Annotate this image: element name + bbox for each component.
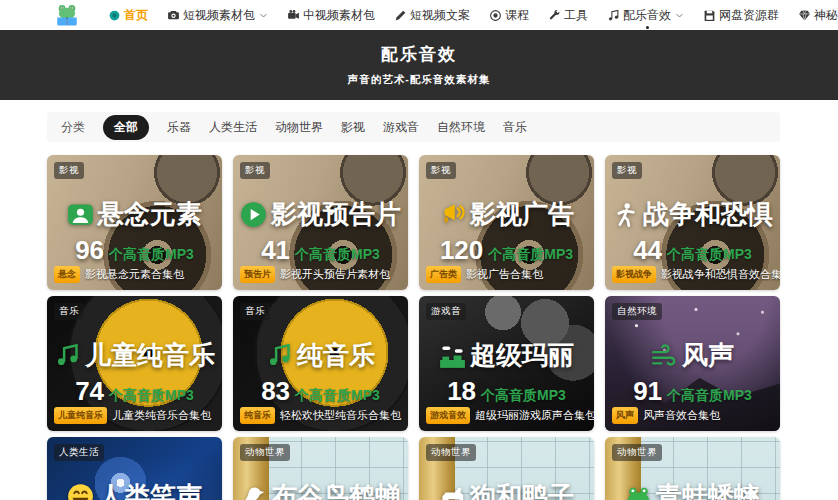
sound-pack-card-10[interactable]: 动物世界 布谷鸟鹤蝉	[233, 437, 408, 500]
filter-pill-6[interactable]: 游戏音	[383, 119, 419, 136]
card-count-suffix: 个高音质MP3	[295, 387, 380, 405]
card-title: 纯音乐	[297, 338, 375, 373]
nav-item-3[interactable]: 中视频素材包	[287, 7, 375, 24]
laugh-icon	[67, 483, 94, 500]
filter-pill-8[interactable]: 音乐	[503, 119, 527, 136]
card-caption: 影视战争和恐惧音效合集包	[661, 267, 780, 282]
card-title: 影视广告	[470, 197, 574, 232]
card-caption: 影视开头预告片素材包	[280, 267, 390, 282]
sound-pack-card-2[interactable]: 影视 影视预告片 41 个高音质MP3 预告片 影视开头预告片素材包	[233, 155, 408, 290]
card-count-suffix: 个高音质MP3	[109, 387, 194, 405]
sound-pack-card-7[interactable]: 游戏音 超级玛丽 18 个高音质MP3 游戏音效 超级玛丽游戏原声合集包	[419, 296, 594, 431]
page-title: 配乐音效	[381, 43, 457, 66]
card-count: 44	[633, 235, 662, 266]
card-count-suffix: 个高音质MP3	[488, 246, 573, 264]
card-count-suffix: 个高音质MP3	[109, 246, 194, 264]
megaphone-icon	[439, 201, 466, 228]
card-count: 91	[633, 376, 662, 407]
sound-pack-card-3[interactable]: 影视 影视广告 120 个高音质MP3 广告类 影视广告合集包	[419, 155, 594, 290]
sound-pack-grid: 影视 悬念元素 96 个高音质MP3 悬念 影视悬念元素合集包 影视 影视预告片…	[47, 155, 780, 500]
category-badge: 影视	[612, 162, 642, 179]
current-page-dot	[646, 26, 649, 29]
nav-item-label: 首页	[124, 7, 148, 24]
sound-pack-card-4[interactable]: 影视 战争和恐惧 44 个高音质MP3 影视战争 影视战争和恐惧音效合集包	[605, 155, 780, 290]
sound-pack-card-6[interactable]: 音乐 纯音乐 83 个高音质MP3 纯音乐 轻松欢快型纯音乐合集包	[233, 296, 408, 431]
main-nav: 首页 短视频素材包 中视频素材包 短视频文案 课程 工具 配乐音效 网盘资源群 …	[108, 7, 838, 24]
card-caption: 儿童类纯音乐合集包	[112, 408, 211, 423]
tag-badge: 悬念	[54, 266, 80, 283]
category-badge: 动物世界	[240, 444, 290, 461]
music-notes-icon	[54, 342, 81, 369]
music-icon	[607, 9, 620, 22]
soldier-icon	[612, 201, 639, 228]
navbar: 首页 短视频素材包 中视频素材包 短视频文案 课程 工具 配乐音效 网盘资源群 …	[0, 0, 838, 30]
frog-icon	[625, 483, 652, 500]
nav-item-7[interactable]: 配乐音效	[607, 7, 684, 24]
nav-item-6[interactable]: 工具	[548, 7, 588, 24]
pencil-icon	[394, 9, 407, 22]
nav-item-label: 短视频素材包	[183, 7, 255, 24]
card-title: 风声	[682, 338, 734, 373]
camcorder-icon	[287, 9, 300, 22]
hero-banner: 配乐音效 声音的艺术-配乐音效素材集	[0, 30, 838, 100]
category-badge: 音乐	[54, 303, 84, 320]
nav-item-8[interactable]: 网盘资源群	[703, 7, 779, 24]
filter-options: 全部乐器人类生活动物世界影视游戏音自然环境音乐	[103, 115, 527, 140]
card-count-suffix: 个高音质MP3	[667, 387, 752, 405]
card-count: 74	[75, 376, 104, 407]
tool-icon	[548, 9, 561, 22]
card-caption: 风声音效合集包	[643, 408, 720, 423]
card-title: 狗和鸭子	[470, 479, 574, 500]
play-icon	[240, 201, 267, 228]
filter-pill-2[interactable]: 乐器	[167, 119, 191, 136]
card-count: 41	[261, 235, 290, 266]
filter-pill-7[interactable]: 自然环境	[437, 119, 485, 136]
chevron-down-icon	[259, 11, 268, 20]
camera-icon	[167, 9, 180, 22]
tag-badge: 广告类	[426, 266, 461, 283]
filter-pill-4[interactable]: 动物世界	[275, 119, 323, 136]
filter-pill-1[interactable]: 全部	[103, 115, 149, 140]
sound-pack-card-8[interactable]: 自然环境 风声 91 个高音质MP3 风声 风声音效合集包	[605, 296, 780, 431]
sound-pack-card-1[interactable]: 影视 悬念元素 96 个高音质MP3 悬念 影视悬念元素合集包	[47, 155, 222, 290]
category-badge: 游戏音	[426, 303, 466, 320]
card-title: 人类笑声	[98, 479, 202, 500]
gem-icon	[798, 9, 811, 22]
sound-pack-card-5[interactable]: 音乐 儿童纯音乐 74 个高音质MP3 儿童纯音乐 儿童类纯音乐合集包	[47, 296, 222, 431]
card-count-suffix: 个高音质MP3	[481, 387, 566, 405]
home-dot-icon	[108, 9, 121, 22]
category-badge: 影视	[240, 162, 270, 179]
tag-badge: 预告片	[240, 266, 275, 283]
target-icon	[489, 9, 502, 22]
card-count: 18	[447, 376, 476, 407]
page-subtitle: 声音的艺术-配乐音效素材集	[348, 73, 491, 87]
nav-item-9[interactable]: 神秘资源	[798, 7, 838, 24]
nav-item-label: 工具	[564, 7, 588, 24]
nav-item-4[interactable]: 短视频文案	[394, 7, 470, 24]
card-caption: 影视广告合集包	[466, 267, 543, 282]
filter-pill-3[interactable]: 人类生活	[209, 119, 257, 136]
filter-label: 分类	[61, 119, 85, 136]
card-title: 战争和恐惧	[643, 197, 773, 232]
bird-icon	[240, 483, 267, 500]
card-caption: 轻松欢快型纯音乐合集包	[280, 408, 401, 423]
tag-badge: 儿童纯音乐	[54, 407, 107, 424]
filter-pill-5[interactable]: 影视	[341, 119, 365, 136]
card-count: 96	[75, 235, 104, 266]
nav-item-label: 网盘资源群	[719, 7, 779, 24]
nav-item-label: 配乐音效	[623, 7, 671, 24]
tv-icon	[67, 201, 94, 228]
category-badge: 音乐	[240, 303, 270, 320]
tag-badge: 纯音乐	[240, 407, 275, 424]
nav-item-2[interactable]: 短视频素材包	[167, 7, 268, 24]
sound-pack-card-11[interactable]: 动物世界 狗和鸭子	[419, 437, 594, 500]
nav-item-label: 神秘资源	[814, 7, 838, 24]
nav-item-1[interactable]: 首页	[108, 7, 148, 24]
sound-pack-card-9[interactable]: 人类生活 人类笑声	[47, 437, 222, 500]
frog-logo[interactable]	[54, 2, 80, 28]
card-caption: 超级玛丽游戏原声合集包	[475, 408, 594, 423]
category-badge: 影视	[54, 162, 84, 179]
nav-item-5[interactable]: 课程	[489, 7, 529, 24]
card-title: 儿童纯音乐	[85, 338, 215, 373]
sound-pack-card-12[interactable]: 动物世界 青蛙蟋蟀	[605, 437, 780, 500]
